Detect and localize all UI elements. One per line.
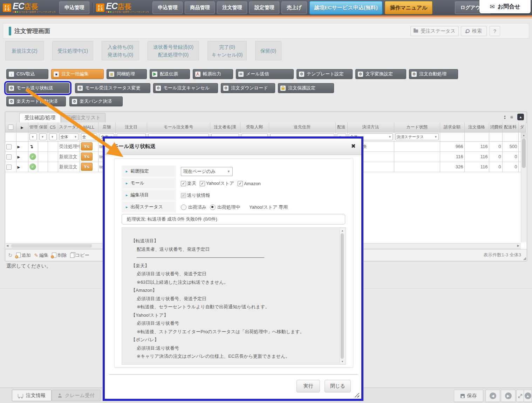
copy-button[interactable]: コピー: [70, 252, 89, 258]
tab-on-hold[interactable]: 保留(0): [255, 41, 281, 60]
tab-new-orders[interactable]: 新規注文(2): [5, 41, 44, 60]
col-delivery[interactable]: 配送: [335, 122, 347, 132]
vertical-scroll-thumb[interactable]: [522, 139, 526, 168]
cross-border-ec-button[interactable]: 越境ECサービス申込(無料): [309, 1, 383, 15]
mall-order-status-change-button[interactable]: ⚙モール受注ステータス変更: [75, 83, 150, 93]
dialog-title-bar[interactable]: モール送り状転送 ✖: [105, 139, 361, 155]
rakuten-checkbox[interactable]: ✓: [181, 181, 186, 186]
order-auto-processing-button[interactable]: ⚙注文自動処理: [409, 69, 458, 79]
nav-settings-management[interactable]: 設定管理: [249, 1, 279, 14]
filter-kanri[interactable]: [29, 133, 37, 140]
col-shipping-fee[interactable]: 配送料: [502, 122, 518, 132]
tab-bundle-order-list[interactable]: 同梱注文リスト: [61, 113, 105, 122]
char-convert-settings-button[interactable]: ⚙文字変換設定: [355, 69, 406, 79]
col-card-status[interactable]: カード状態: [394, 122, 440, 132]
execute-button[interactable]: 実行: [296, 380, 320, 392]
info-scrollbar[interactable]: ▲ ▼: [340, 228, 345, 364]
expand-row-icon[interactable]: ▶: [18, 155, 20, 159]
bundle-processing-button[interactable]: ▦同梱処理: [107, 69, 147, 79]
scroll-left-icon[interactable]: ◀: [6, 244, 8, 247]
select-all-checkbox[interactable]: [8, 125, 13, 130]
tab-slip-registered[interactable]: 送状番号登録済(0)配送処理中(0): [148, 41, 199, 60]
tab-order-confirm-process[interactable]: 受注確認/処理: [19, 113, 61, 122]
scroll-up-icon[interactable]: ▲: [340, 229, 345, 232]
mail-send-button[interactable]: ✉メール送信: [236, 69, 294, 79]
col-payment-method[interactable]: 決済方法: [347, 122, 394, 132]
col-ship-address[interactable]: 送先住所: [269, 122, 335, 132]
col-status[interactable]: ステータス: [58, 122, 80, 132]
filter-cs[interactable]: [49, 133, 57, 140]
order-protection-settings-button[interactable]: 注文保護設定: [278, 83, 334, 93]
dialog-resize-grip[interactable]: [354, 392, 359, 397]
col-mall-order-no[interactable]: モール注文番号: [147, 122, 210, 132]
collapse-panel-icon[interactable]: ▲: [517, 114, 524, 120]
contact-tab[interactable]: ✉ お問合せ: [479, 0, 531, 13]
col-billing-amount[interactable]: 請求金額: [440, 122, 464, 132]
add-button[interactable]: +追加: [16, 252, 31, 258]
col-tax[interactable]: 消費税: [489, 122, 502, 132]
operation-manual-button[interactable]: 操作マニュアル: [385, 1, 433, 14]
row-checkbox[interactable]: [6, 144, 12, 149]
tab-completed[interactable]: 完了(0)キャンセル(0): [207, 41, 247, 60]
order-status-button[interactable]: 受注ステータス: [410, 26, 459, 36]
next-button[interactable]: ▶: [501, 390, 516, 402]
save-button[interactable]: 保存: [454, 390, 483, 402]
search-button[interactable]: 検索: [461, 26, 487, 36]
col-orderer-name[interactable]: 注文者名(漢: [210, 122, 240, 132]
close-icon[interactable]: ✖: [351, 143, 356, 149]
expand-row-icon[interactable]: ▶: [18, 165, 20, 169]
panel-resize-grip[interactable]: ◢: [523, 256, 526, 261]
scroll-right-icon[interactable]: ▶: [517, 244, 519, 247]
delivery-slip-button[interactable]: 配送伝票: [150, 69, 190, 79]
scroll-down-icon[interactable]: ▼: [340, 360, 345, 363]
tab-awaiting-payment[interactable]: 入金待ち(0)発送待ち(0): [102, 41, 139, 60]
tab-order-info[interactable]: 注文情報: [12, 390, 52, 401]
rakuten-bank-payment-button[interactable]: ⚙楽天バンク決済: [69, 96, 123, 106]
col-horyu[interactable]: 保留: [38, 122, 48, 132]
filter-card-status[interactable]: 決済ステータス: [395, 133, 439, 140]
menu-icon[interactable]: ≡: [510, 114, 513, 120]
template-settings-button[interactable]: ⚙テンプレート設定: [296, 69, 353, 79]
expand-all-icon[interactable]: ▶: [21, 126, 23, 129]
filter-status[interactable]: 全体: [59, 133, 79, 140]
bulk-edit-button[interactable]: ■注文一括編集: [51, 69, 104, 79]
amazon-checkbox[interactable]: ✓: [238, 181, 243, 186]
yahoo-checkbox[interactable]: ✓: [200, 181, 205, 186]
col-order-price[interactable]: 注文価格: [464, 122, 489, 132]
mall-shipping-slip-transfer-button[interactable]: ⚙モール送り状転送: [6, 83, 69, 93]
tab-processing[interactable]: 受注処理中(1): [52, 41, 93, 60]
filter-horyu[interactable]: [39, 133, 47, 140]
help-button[interactable]: ?: [490, 26, 500, 36]
edit-button[interactable]: ✎編集: [34, 252, 49, 258]
horizontal-scroll-thumb[interactable]: [11, 244, 92, 248]
col-kanri[interactable]: 管理: [28, 122, 38, 132]
col-recipient-zip[interactable]: 受取人郵: [240, 122, 269, 132]
vertical-scrollbar[interactable]: ▲: [521, 133, 526, 242]
col-cs[interactable]: CS: [48, 122, 58, 132]
mall-order-cancel-button[interactable]: ⚙モール注文キャンセル: [153, 83, 218, 93]
dialog-close-button[interactable]: 閉じる: [325, 380, 351, 392]
col-date[interactable]: 注文日: [115, 122, 147, 132]
shipping-in-progress-radio[interactable]: [210, 204, 216, 210]
col-shop[interactable]: 店舗: [98, 122, 115, 132]
refresh-icon[interactable]: ↻: [8, 252, 13, 258]
scroll-up-icon[interactable]: ▲: [521, 133, 526, 138]
col-mall[interactable]: MALL: [80, 122, 98, 132]
prev-button[interactable]: ◀: [485, 390, 500, 402]
shipped-radio[interactable]: [181, 204, 186, 210]
order-download-button[interactable]: ⚙注文ダウンロード: [221, 83, 275, 93]
row-checkbox[interactable]: [6, 154, 12, 160]
nav-product-management[interactable]: 商品管理: [185, 1, 215, 14]
range-select[interactable]: 現在ページのみ: [181, 167, 233, 176]
row-checkbox[interactable]: [6, 164, 12, 170]
expand-row-icon[interactable]: ▶: [18, 145, 20, 149]
csv-import-button[interactable]: ↓CSV取込: [6, 69, 48, 79]
sort-icon[interactable]: ▲▼: [504, 115, 506, 120]
info-scroll-thumb[interactable]: [341, 233, 344, 359]
nav-application-management[interactable]: 申込管理: [152, 1, 183, 14]
rakuten-card-auto-payment-button[interactable]: ⚙楽天カード自動決済: [6, 96, 66, 106]
report-output-button[interactable]: 人帳票出力: [193, 69, 233, 79]
filter-mall[interactable]: 全: [81, 133, 97, 140]
nav-order-management[interactable]: 注文管理: [217, 1, 247, 14]
delete-button[interactable]: −削除: [52, 252, 67, 258]
